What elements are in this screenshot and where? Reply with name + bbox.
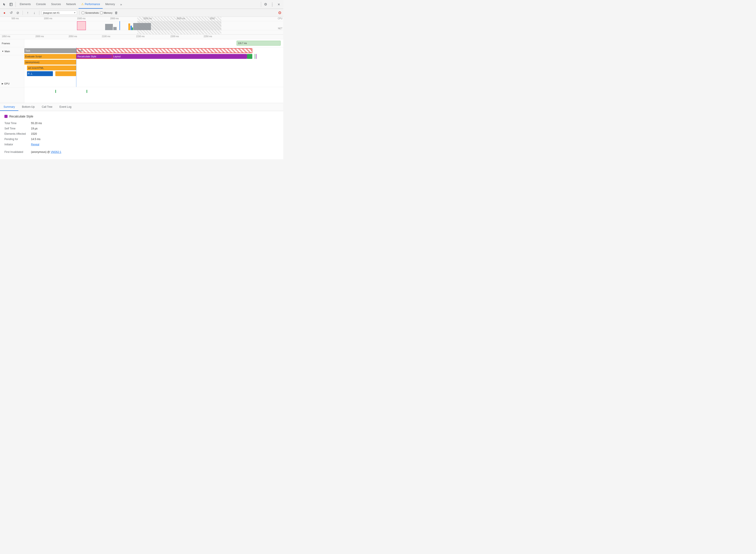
tab-bottomup[interactable]: Bottom-Up [18, 103, 38, 111]
reveal-link[interactable]: Reveal [31, 143, 39, 146]
frames-label-row: Frames [0, 39, 24, 47]
timeline-tracks: 116.7 ms Task Task Evaluate Script Recal… [24, 39, 283, 103]
cpu-bar-2 [113, 27, 117, 30]
url-selector[interactable]: jlwagner.net #1 ▾ [42, 11, 77, 15]
purple-line [256, 54, 257, 59]
tick-2200: 2200 ms [170, 35, 179, 38]
timeline-content: Frames ▼ Main ▶ GPU 116.7 ms [0, 39, 283, 103]
tab-calltree[interactable]: Call Tree [38, 103, 56, 111]
green-line [255, 54, 255, 59]
tab-console[interactable]: Console [34, 0, 49, 9]
download-button[interactable]: ↓ [32, 10, 37, 15]
total-time-row: Total Time 55.20 ms [4, 122, 279, 125]
main-track: Task Task Evaluate Script Recalculate St… [24, 47, 283, 87]
tick-2050: 2050 ms [69, 35, 77, 38]
tab-elements[interactable]: Elements [17, 0, 34, 9]
svg-rect-0 [10, 3, 12, 6]
trash-button[interactable]: 🗑 [114, 10, 119, 15]
memory-checkbox[interactable]: Memory [100, 11, 112, 14]
screenshots-checkbox[interactable]: Screenshots [82, 11, 99, 14]
timeline-labels: Frames ▼ Main ▶ GPU [0, 39, 24, 103]
more-tabs-icon[interactable]: » [118, 1, 124, 7]
cursor-icon[interactable] [1, 1, 7, 7]
divider2 [261, 2, 261, 7]
tab-eventlog[interactable]: Event Log [56, 103, 75, 111]
recalc-style-bar[interactable]: Recalculate Style [76, 54, 112, 59]
cpu-bar-blue [130, 26, 132, 30]
timeline-ruler: 1950 ms 2000 ms 2050 ms 2100 ms 2150 ms … [0, 35, 283, 39]
clear-button[interactable]: ⊘ [15, 10, 20, 15]
close-icon[interactable]: ✕ [276, 1, 282, 7]
frame-bar[interactable]: 116.7 ms [236, 41, 281, 46]
settings-icon[interactable]: ⚙ [263, 1, 269, 7]
tick-1500ms: 1500 ms [77, 17, 86, 20]
screenshot-marker-1 [77, 21, 86, 30]
summary-title: Recalculate Style [4, 115, 279, 118]
tick-1000ms: 1000 ms [44, 17, 52, 20]
vm262-link[interactable]: VM262:1 [51, 151, 61, 154]
tick-2150: 2150 ms [136, 35, 145, 38]
tab-memory[interactable]: Memory [103, 0, 117, 9]
hatched-net-area [137, 17, 221, 34]
tick-2000ms: 2000 ms [110, 17, 119, 20]
self-time-row: Self Time 19 μs [4, 127, 279, 130]
tick-500ms: 500 ms [11, 17, 19, 20]
main-label-row: ▼ Main [0, 47, 24, 55]
cpu-bar-1 [105, 24, 113, 30]
summary-content: Recalculate Style Total Time 55.20 ms Se… [0, 111, 283, 159]
evaluate-script-bar[interactable]: Evaluate Script [24, 54, 76, 59]
tick-1950: 1950 ms [2, 35, 10, 38]
summary-color-indicator [4, 115, 7, 118]
timeline-overview: 500 ms 1000 ms 1500 ms 2000 ms 2500 ms 3… [0, 17, 283, 35]
gpu-track [24, 87, 283, 95]
layout-bar[interactable]: Layout [112, 54, 247, 59]
bottom-tabs: Summary Bottom-Up Call Tree Event Log [0, 103, 283, 111]
devtools-topbar: Elements Console Sources Network ⚠ Perfo… [0, 0, 283, 9]
cpu-label: CPU [278, 17, 282, 20]
main-timeline: 1950 ms 2000 ms 2050 ms 2100 ms 2150 ms … [0, 35, 283, 103]
tab-network[interactable]: Network [63, 0, 78, 9]
expand-gpu-icon[interactable]: ▶ [2, 82, 3, 85]
gpu-bar-1 [55, 90, 56, 93]
frames-track: 116.7 ms [24, 39, 283, 47]
tab-summary[interactable]: Summary [0, 103, 18, 111]
performance-toolbar: ● ↺ ⊘ ↑ ↓ jlwagner.net #1 ▾ Screenshots … [0, 9, 283, 17]
anonymous-bar[interactable]: (anonymous) [24, 60, 76, 65]
expand-main-icon[interactable]: ▼ [2, 50, 4, 52]
task-bar-1[interactable]: Task [24, 48, 76, 53]
net-label: NET [278, 27, 282, 30]
elements-affected-row: Elements Affected 1520 [4, 132, 279, 135]
record-button[interactable]: ● [2, 10, 7, 15]
yellow-small-bar[interactable] [55, 71, 76, 76]
task-bar-2-hatched[interactable]: Task [76, 48, 252, 53]
net-overview [0, 30, 283, 35]
divider [15, 2, 16, 7]
tick-2000: 2000 ms [36, 35, 44, 38]
green-small-bar[interactable] [247, 54, 252, 59]
cpu-bar-yellow [128, 23, 130, 30]
main-nav: Elements Console Sources Network ⚠ Perfo… [17, 0, 117, 9]
inspect-icon[interactable] [8, 1, 14, 7]
warning-icon: ⚠ [81, 2, 84, 6]
upload-button[interactable]: ↑ [25, 10, 30, 15]
gpu-bar-2 [87, 90, 87, 93]
toolbar-divider1 [22, 11, 23, 15]
reload-button[interactable]: ↺ [8, 10, 14, 15]
tick-2100: 2100 ms [102, 35, 110, 38]
pl-bar[interactable]: P...L [27, 71, 53, 76]
more-options-icon[interactable]: ⋮ [269, 1, 275, 7]
vline-indicator [76, 47, 76, 87]
first-invalidated-row: First Invalidated (anonymous) @ VM262:1 [4, 151, 279, 154]
tick-2250: 2250 ms [204, 35, 212, 38]
tab-sources[interactable]: Sources [49, 0, 63, 9]
set-innerhtml-bar[interactable]: set innerHTML [27, 65, 76, 70]
toolbar-divider3 [79, 11, 79, 15]
initiator-row: Initiator Reveal [4, 143, 279, 146]
tab-performance[interactable]: ⚠ Performance [78, 0, 103, 9]
settings-gear-icon[interactable]: ⚙ [278, 10, 281, 15]
pending-for-row: Pending for 14.5 ms [4, 137, 279, 141]
gpu-label-row: ▶ GPU [0, 80, 24, 88]
cpu-bar-green [132, 27, 133, 30]
bottom-panel: Summary Bottom-Up Call Tree Event Log Re… [0, 103, 283, 159]
selected-range-marker [119, 21, 120, 30]
